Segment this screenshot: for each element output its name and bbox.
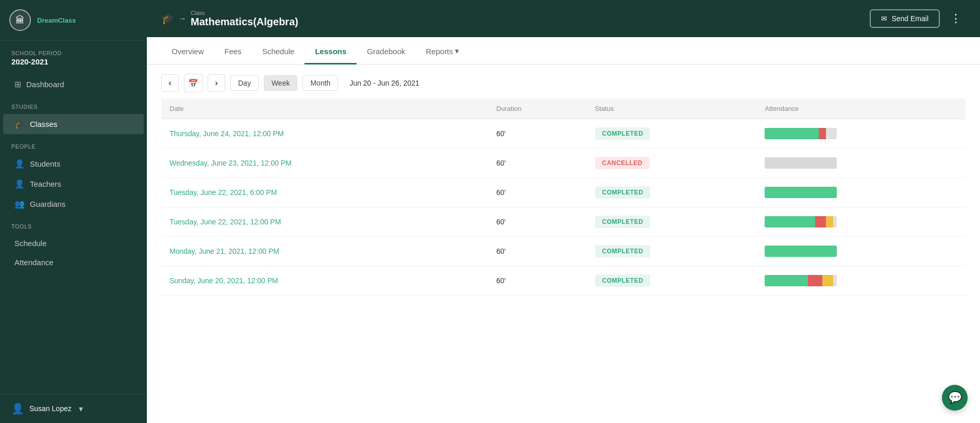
calendar-button[interactable]: 📅 [184, 74, 202, 92]
col-attendance-header: Attendance [756, 99, 966, 119]
date-range-label: Jun 20 - Jun 26, 2021 [343, 76, 425, 90]
topbar-class-name: Mathematics(Algebra) [191, 16, 298, 28]
user-dropdown-icon: ▾ [79, 404, 83, 414]
table-row[interactable]: Sunday, June 20, 2021, 12:00 PM60'COMPLE… [161, 266, 966, 296]
sidebar-item-dashboard[interactable]: ⊞ Dashboard [3, 74, 144, 94]
user-avatar-icon: 👤 [11, 402, 24, 415]
school-period: School Period 2020-2021 [0, 41, 147, 68]
school-logo-icon: 🏛 [15, 15, 25, 26]
lessons-table-container: Date Duration Status Attendance Thursday… [147, 99, 980, 423]
lesson-date-link[interactable]: Wednesday, June 23, 2021, 12:00 PM [170, 159, 292, 167]
sidebar-item-label-guardians: Guardians [30, 200, 65, 208]
topbar: 🎓 → Class Mathematics(Algebra) ✉ Send Em… [147, 0, 980, 37]
studies-section-label: Studies [11, 104, 136, 110]
guardians-icon: 👥 [14, 199, 25, 209]
chat-fab-button[interactable]: 💬 [942, 385, 968, 411]
sidebar-item-teachers[interactable]: 👤 Teachers [3, 174, 144, 194]
lesson-duration: 60' [488, 237, 586, 266]
sidebar-item-label-classes: Classes [30, 120, 57, 128]
status-badge: COMPLETED [595, 186, 651, 199]
attendance-red [819, 128, 826, 139]
sidebar-item-guardians[interactable]: 👥 Guardians [3, 194, 144, 214]
attendance-bar [765, 157, 837, 169]
table-row[interactable]: Wednesday, June 23, 2021, 12:00 PM60'CAN… [161, 149, 966, 178]
attendance-bar [765, 275, 837, 286]
table-row[interactable]: Tuesday, June 22, 2021, 12:00 PM60'COMPL… [161, 207, 966, 237]
lessons-table: Date Duration Status Attendance Thursday… [161, 99, 966, 296]
prev-week-button[interactable]: ‹ [161, 74, 179, 92]
sidebar-item-classes[interactable]: 🎓 Classes [3, 114, 144, 134]
lesson-date-link[interactable]: Tuesday, June 22, 2021, 6:00 PM [170, 188, 277, 197]
sidebar-item-schedule[interactable]: Schedule [3, 234, 144, 253]
lesson-duration: 60' [488, 149, 586, 178]
email-icon: ✉ [881, 14, 887, 23]
attendance-cell [756, 266, 966, 296]
lesson-duration: 60' [488, 178, 586, 207]
attendance-red [808, 275, 822, 286]
col-status-header: Status [587, 99, 757, 119]
send-email-label: Send Email [891, 14, 928, 23]
topbar-class-label: Class [191, 10, 298, 16]
attendance-cell [756, 149, 966, 178]
students-icon: 👤 [14, 159, 25, 169]
table-row[interactable]: Monday, June 21, 2021, 12:00 PM60'COMPLE… [161, 237, 966, 266]
topbar-actions: ✉ Send Email ⋮ [870, 9, 966, 28]
table-row[interactable]: Thursday, June 24, 2021, 12:00 PM60'COMP… [161, 119, 966, 149]
app-name: DreamClass [37, 17, 76, 24]
sidebar-item-label-attendance: Attendance [14, 258, 54, 267]
tab-schedule[interactable]: Schedule [252, 38, 305, 64]
sidebar-item-attendance[interactable]: Attendance [3, 253, 144, 272]
more-options-button[interactable]: ⋮ [946, 10, 966, 27]
next-week-button[interactable]: › [208, 74, 225, 92]
sidebar-section-tools: Tools [0, 214, 147, 234]
status-badge: CANCELLED [595, 157, 650, 169]
send-email-button[interactable]: ✉ Send Email [870, 9, 940, 28]
classes-icon: 🎓 [14, 119, 25, 129]
sidebar-item-students[interactable]: 👤 Students [3, 154, 144, 174]
tab-gradebook[interactable]: Gradebook [357, 38, 415, 64]
lesson-date-link[interactable]: Monday, June 21, 2021, 12:00 PM [170, 247, 279, 255]
attendance-bar [765, 128, 837, 139]
attendance-green [765, 275, 808, 286]
attendance-red [815, 216, 826, 227]
attendance-cell [756, 237, 966, 266]
tab-reports[interactable]: Reports ▾ [416, 37, 470, 64]
user-profile[interactable]: 👤 Susan Lopez ▾ [0, 394, 147, 423]
sidebar-header: 🏛 DreamClass [0, 0, 147, 41]
lesson-duration: 60' [488, 266, 586, 296]
status-badge: COMPLETED [595, 127, 651, 140]
attendance-green [765, 128, 819, 139]
attendance-green [765, 187, 837, 198]
lesson-date-link[interactable]: Tuesday, June 22, 2021, 12:00 PM [170, 218, 281, 226]
tab-fees[interactable]: Fees [214, 38, 252, 64]
sidebar-section-studies: Studies [0, 94, 147, 114]
tabs-bar: Overview Fees Schedule Lessons Gradebook… [147, 37, 980, 64]
chat-icon: 💬 [948, 391, 962, 404]
attendance-yellow [826, 216, 833, 227]
sidebar-item-label-students: Students [30, 159, 60, 168]
lesson-controls: ‹ 📅 › Day Week Month Jun 20 - Jun 26, 20… [147, 64, 980, 99]
attendance-bar [765, 216, 837, 227]
school-logo[interactable]: 🏛 [9, 9, 31, 31]
topbar-title-block: Class Mathematics(Algebra) [191, 10, 298, 28]
breadcrumb-arrow: → [178, 14, 187, 23]
reports-dropdown-icon: ▾ [455, 46, 459, 56]
month-view-button[interactable]: Month [302, 75, 338, 91]
week-view-button[interactable]: Week [264, 75, 298, 91]
tools-section-label: Tools [11, 223, 136, 230]
table-row[interactable]: Tuesday, June 22, 2021, 6:00 PM60'COMPLE… [161, 178, 966, 207]
sidebar-item-label-schedule: Schedule [14, 239, 47, 248]
sidebar: 🏛 DreamClass School Period 2020-2021 ⊞ D… [0, 0, 147, 423]
attendance-yellow [822, 275, 833, 286]
lesson-duration: 60' [488, 119, 586, 149]
people-section-label: People [11, 143, 136, 150]
lesson-date-link[interactable]: Sunday, June 20, 2021, 12:00 PM [170, 276, 278, 285]
tab-overview[interactable]: Overview [161, 38, 214, 64]
sidebar-item-label-teachers: Teachers [30, 180, 61, 188]
lesson-date-link[interactable]: Thursday, June 24, 2021, 12:00 PM [170, 129, 284, 138]
status-badge: COMPLETED [595, 274, 651, 287]
content-area: Overview Fees Schedule Lessons Gradebook… [147, 37, 980, 423]
col-date-header: Date [161, 99, 488, 119]
day-view-button[interactable]: Day [230, 75, 259, 91]
tab-lessons[interactable]: Lessons [305, 38, 357, 64]
